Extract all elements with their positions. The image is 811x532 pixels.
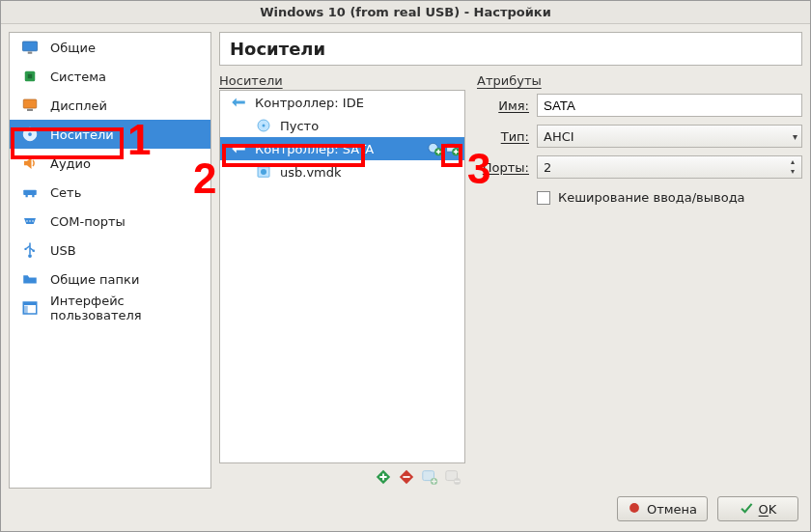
svg-rect-5	[27, 109, 33, 111]
main-panel: Носители Носители Контроллер: IDE	[219, 32, 802, 489]
sidebar-item-label: Общие папки	[50, 272, 201, 287]
sidebar-item-label: Сеть	[50, 185, 201, 200]
ports-value: 2	[544, 160, 551, 175]
slot-label: Пусто	[280, 119, 461, 133]
display-icon	[19, 97, 41, 114]
sata-disk-0[interactable]: usb.vmdk	[220, 160, 464, 183]
svg-point-14	[28, 254, 32, 258]
disk-label: usb.vmdk	[280, 165, 461, 180]
storage-group-label: Носители	[219, 71, 465, 90]
storage-tree[interactable]: Контроллер: IDE Пусто Контроллер: SATA	[219, 90, 465, 463]
storage-tree-toolbar	[219, 463, 465, 489]
sidebar-item-label: Дисплей	[50, 98, 201, 113]
serial-icon	[19, 212, 41, 230]
row-type: Тип: AHCI ▾	[477, 125, 802, 148]
sidebar-item-label: COM-порты	[50, 214, 201, 229]
svg-point-21	[263, 125, 266, 127]
attributes-group-label: Атрибуты	[477, 71, 802, 90]
svg-rect-8	[23, 190, 37, 195]
controller-icon	[228, 140, 249, 157]
settings-window: Windows 10 (from real USB) - Настройки О…	[0, 0, 811, 532]
sidebar-item-label: Общие	[50, 41, 201, 55]
controller-label: Контроллер: IDE	[255, 96, 461, 110]
panels: Общие Система Дисплей Носители Аудио	[9, 32, 802, 489]
remove-attachment-icon[interactable]	[444, 468, 461, 486]
page-header: Носители	[219, 32, 802, 66]
add-controller-icon[interactable]	[375, 468, 392, 486]
sidebar-item-audio[interactable]: Аудио	[10, 149, 210, 178]
name-input[interactable]	[537, 94, 802, 117]
columns: Носители Контроллер: IDE Пусто	[219, 71, 802, 489]
svg-rect-0	[23, 42, 38, 51]
ide-empty-slot[interactable]: Пусто	[220, 114, 464, 137]
row-ports: Порты: 2 ▴▾	[477, 155, 802, 179]
sidebar-item-ui[interactable]: Интерфейс пользователя	[10, 294, 210, 322]
cancel-button[interactable]: Отмена	[617, 496, 708, 521]
add-harddisk-icon[interactable]	[445, 141, 461, 156]
sidebar-item-label: Носители	[50, 127, 201, 142]
type-combo[interactable]: AHCI ▾	[537, 125, 802, 148]
add-optical-icon[interactable]	[428, 141, 443, 156]
sidebar-item-display[interactable]: Дисплей	[10, 91, 210, 120]
svg-point-16	[24, 248, 26, 250]
svg-point-32	[629, 503, 639, 513]
controller-icon	[228, 94, 249, 111]
sidebar-item-network[interactable]: Сеть	[10, 178, 210, 207]
sidebar: Общие Система Дисплей Носители Аудио	[9, 32, 211, 489]
network-icon	[19, 183, 41, 201]
attributes-column: Атрибуты Имя: Тип: AHCI ▾	[477, 71, 802, 489]
cache-label: Кеширование ввода/вывода	[558, 190, 745, 205]
svg-point-13	[32, 220, 34, 222]
sidebar-item-storage[interactable]: Носители	[10, 120, 210, 149]
chevron-down-icon: ▾	[793, 131, 797, 142]
sidebar-item-label: Аудио	[50, 156, 201, 171]
svg-point-27	[261, 169, 266, 175]
svg-rect-15	[33, 250, 35, 252]
speaker-icon	[19, 154, 41, 172]
cancel-icon	[628, 501, 641, 518]
sidebar-item-system[interactable]: Система	[10, 62, 210, 91]
svg-rect-3	[28, 74, 33, 79]
type-label: Тип:	[477, 129, 529, 144]
svg-rect-9	[26, 195, 28, 197]
cancel-label: Отмена	[647, 502, 697, 517]
svg-point-7	[28, 132, 32, 136]
ok-icon	[740, 501, 753, 518]
row-name: Имя:	[477, 94, 802, 117]
type-value: AHCI	[544, 129, 574, 144]
cache-checkbox[interactable]	[537, 191, 550, 205]
name-label: Имя:	[477, 98, 529, 113]
monitor-icon	[19, 39, 41, 56]
ok-button[interactable]: OK	[717, 496, 798, 521]
spin-buttons[interactable]: ▴▾	[786, 157, 799, 177]
add-attachment-icon[interactable]	[421, 468, 438, 486]
disc-icon	[19, 126, 41, 143]
svg-point-12	[29, 220, 31, 222]
sidebar-item-shared-folders[interactable]: Общие папки	[10, 265, 210, 294]
sidebar-item-label: Система	[50, 70, 201, 84]
window-title: Windows 10 (from real USB) - Настройки	[1, 1, 810, 24]
sidebar-item-serial[interactable]: COM-порты	[10, 207, 210, 236]
controller-sata[interactable]: Контроллер: SATA	[220, 137, 464, 160]
usb-icon	[19, 241, 41, 259]
storage-tree-column: Носители Контроллер: IDE Пусто	[219, 71, 465, 489]
page-title: Носители	[230, 39, 792, 59]
layout-icon	[19, 299, 41, 317]
svg-rect-10	[32, 195, 34, 197]
controller-row-actions	[428, 141, 461, 156]
controller-ide[interactable]: Контроллер: IDE	[220, 91, 464, 114]
harddisk-icon	[253, 163, 274, 181]
sidebar-item-usb[interactable]: USB	[10, 236, 210, 265]
controller-label: Контроллер: SATA	[255, 142, 422, 156]
remove-controller-icon[interactable]	[398, 468, 415, 486]
sidebar-item-general[interactable]: Общие	[10, 33, 210, 62]
window-body: Общие Система Дисплей Носители Аудио	[1, 24, 810, 531]
svg-rect-4	[23, 99, 37, 108]
optical-disc-icon	[253, 117, 274, 134]
ports-spin[interactable]: 2 ▴▾	[537, 155, 802, 179]
dialog-buttons: Отмена OK	[9, 494, 802, 523]
row-cache: Кеширование ввода/вывода	[537, 190, 802, 205]
sidebar-item-label: USB	[50, 243, 201, 258]
ok-label: OK	[759, 502, 777, 517]
ports-label: Порты:	[477, 160, 529, 175]
